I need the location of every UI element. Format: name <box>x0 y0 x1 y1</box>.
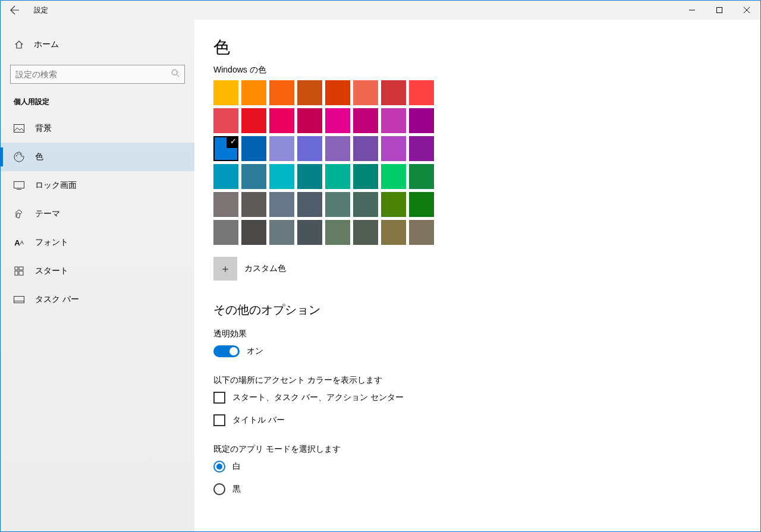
color-swatch[interactable] <box>325 220 350 245</box>
color-swatch[interactable] <box>241 164 266 189</box>
themes-icon <box>14 209 24 219</box>
color-swatch[interactable]: ✓ <box>213 136 238 161</box>
color-swatch[interactable] <box>353 108 378 133</box>
start-icon <box>14 266 24 276</box>
color-swatch[interactable] <box>409 136 434 161</box>
page-title: 色 <box>213 36 741 59</box>
color-swatch[interactable] <box>241 192 266 217</box>
radio-label: 白 <box>232 461 241 472</box>
maximize-button[interactable] <box>706 1 733 20</box>
color-swatch[interactable] <box>241 108 266 133</box>
color-swatch[interactable] <box>325 108 350 133</box>
titlebar: 設定 <box>1 1 760 20</box>
window-title: 設定 <box>34 5 48 15</box>
maximize-icon <box>716 7 722 13</box>
color-swatch[interactable] <box>297 192 322 217</box>
other-options-heading: その他のオプション <box>213 302 741 318</box>
color-swatch[interactable] <box>409 108 434 133</box>
color-swatch[interactable] <box>325 164 350 189</box>
sidebar-item-colors[interactable]: 色 <box>1 143 194 171</box>
color-swatch[interactable] <box>297 108 322 133</box>
color-swatch[interactable] <box>269 164 294 189</box>
color-swatch[interactable] <box>381 136 406 161</box>
radio-dark[interactable] <box>213 483 225 495</box>
toggle-state: オン <box>247 346 263 357</box>
search-box[interactable] <box>10 65 185 84</box>
sidebar-item-background[interactable]: 背景 <box>1 114 194 143</box>
color-swatch[interactable] <box>381 164 406 189</box>
minimize-button[interactable] <box>678 1 706 20</box>
svg-rect-10 <box>14 182 24 188</box>
sidebar-item-themes[interactable]: テーマ <box>1 200 194 228</box>
transparency-toggle[interactable] <box>213 345 240 357</box>
sidebar-item-label: 背景 <box>35 123 52 134</box>
color-swatch[interactable] <box>353 192 378 217</box>
svg-point-8 <box>17 153 18 155</box>
color-swatch[interactable] <box>353 80 378 105</box>
custom-color-button[interactable]: ＋ <box>213 257 237 281</box>
color-swatch[interactable] <box>381 80 406 105</box>
color-swatch[interactable] <box>213 80 238 105</box>
color-swatch[interactable] <box>269 108 294 133</box>
sidebar-item-start[interactable]: スタート <box>1 257 194 285</box>
back-button[interactable] <box>1 1 29 20</box>
color-swatch[interactable] <box>297 80 322 105</box>
color-swatch[interactable] <box>409 220 434 245</box>
sidebar-item-taskbar[interactable]: タスク バー <box>1 285 194 314</box>
sidebar-item-label: フォント <box>35 237 68 248</box>
color-swatch[interactable] <box>297 220 322 245</box>
color-swatch[interactable] <box>381 220 406 245</box>
color-swatch[interactable] <box>269 220 294 245</box>
color-swatch[interactable] <box>409 164 434 189</box>
sidebar-item-label: テーマ <box>35 209 60 219</box>
sidebar-section-title: 個人用設定 <box>1 95 194 114</box>
color-swatch[interactable] <box>353 164 378 189</box>
color-swatch[interactable] <box>269 192 294 217</box>
palette-icon <box>14 152 24 162</box>
svg-point-4 <box>172 70 177 75</box>
color-swatch[interactable] <box>381 192 406 217</box>
sidebar-item-label: スタート <box>35 266 68 276</box>
svg-rect-12 <box>15 267 18 270</box>
home-link[interactable]: ホーム <box>1 32 194 58</box>
checkbox-start-taskbar[interactable] <box>213 392 225 404</box>
taskbar-icon <box>14 294 24 305</box>
sidebar-item-label: タスク バー <box>35 294 79 305</box>
color-swatch[interactable] <box>325 80 350 105</box>
color-swatch[interactable] <box>297 136 322 161</box>
color-swatch[interactable] <box>269 136 294 161</box>
radio-label: 黒 <box>232 484 241 495</box>
app-mode-label: 既定のアプリ モードを選択します <box>213 444 741 455</box>
color-swatch[interactable] <box>213 108 238 133</box>
transparency-label: 透明効果 <box>213 329 741 339</box>
home-icon <box>14 39 24 50</box>
search-icon <box>171 69 180 80</box>
color-swatch[interactable] <box>409 192 434 217</box>
sidebar-item-label: 色 <box>35 152 43 162</box>
sidebar-item-label: ロック画面 <box>35 180 77 191</box>
color-swatch[interactable] <box>213 220 238 245</box>
plus-icon: ＋ <box>220 262 231 276</box>
search-input[interactable] <box>15 70 171 79</box>
color-swatch[interactable] <box>409 80 434 105</box>
color-swatch[interactable] <box>241 220 266 245</box>
color-swatch[interactable] <box>213 164 238 189</box>
color-swatch[interactable] <box>353 136 378 161</box>
check-icon: ✓ <box>230 137 237 146</box>
color-swatch[interactable] <box>381 108 406 133</box>
sidebar-item-fonts[interactable]: AA フォント <box>1 228 194 257</box>
color-swatch[interactable] <box>269 80 294 105</box>
radio-light[interactable] <box>213 461 225 473</box>
checkbox-titlebar[interactable] <box>213 414 225 426</box>
image-icon <box>14 123 24 134</box>
window-controls <box>678 1 760 20</box>
color-swatch[interactable] <box>325 192 350 217</box>
color-swatch[interactable] <box>241 80 266 105</box>
color-swatch[interactable] <box>297 164 322 189</box>
color-swatch[interactable] <box>213 192 238 217</box>
close-button[interactable] <box>733 1 760 20</box>
color-swatch[interactable] <box>325 136 350 161</box>
sidebar-item-lockscreen[interactable]: ロック画面 <box>1 171 194 200</box>
color-swatch[interactable] <box>241 136 266 161</box>
color-swatch[interactable] <box>353 220 378 245</box>
